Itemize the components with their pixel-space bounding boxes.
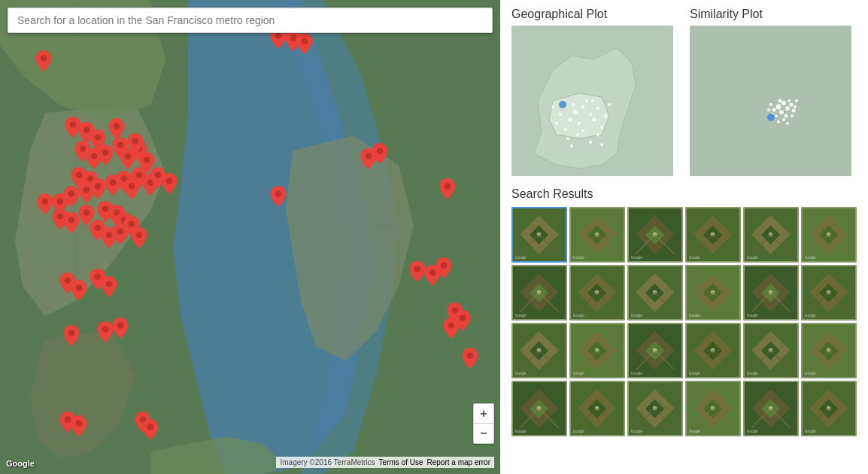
result-thumb[interactable]: Google bbox=[743, 381, 799, 436]
svg-point-83 bbox=[593, 118, 596, 122]
svg-text:Google: Google bbox=[747, 256, 758, 260]
result-thumb[interactable]: Google bbox=[511, 207, 567, 263]
svg-point-94 bbox=[566, 137, 569, 140]
svg-point-120 bbox=[777, 120, 780, 123]
map-pin[interactable] bbox=[71, 280, 87, 301]
svg-point-112 bbox=[775, 114, 778, 117]
result-thumb[interactable]: Google bbox=[801, 323, 857, 378]
svg-point-40 bbox=[166, 178, 173, 184]
result-thumb[interactable]: Google bbox=[743, 265, 799, 321]
svg-point-97 bbox=[608, 103, 611, 106]
terms-link[interactable]: Terms of Use bbox=[379, 458, 423, 466]
svg-point-78 bbox=[573, 110, 578, 114]
svg-text:Google: Google bbox=[515, 314, 527, 318]
map-pin[interactable] bbox=[63, 325, 80, 346]
svg-text:Google: Google bbox=[631, 314, 642, 318]
map-pin[interactable] bbox=[462, 348, 478, 369]
map-pin[interactable] bbox=[35, 50, 52, 71]
svg-text:Google: Google bbox=[747, 314, 758, 318]
map-pin[interactable] bbox=[108, 118, 125, 139]
map-pin[interactable] bbox=[97, 144, 114, 166]
result-thumb[interactable]: Google bbox=[511, 323, 567, 378]
right-panel: Geographical Plot bbox=[500, 0, 868, 474]
zoom-in-button[interactable]: + bbox=[474, 404, 493, 424]
result-thumb[interactable]: Google bbox=[511, 265, 567, 321]
result-thumb[interactable]: Google bbox=[801, 265, 857, 321]
map-pin[interactable] bbox=[409, 261, 426, 282]
svg-text:Google: Google bbox=[573, 430, 584, 433]
map-pin[interactable] bbox=[71, 415, 87, 436]
geo-plot-title: Geographical Plot bbox=[511, 8, 678, 21]
svg-text:Google: Google bbox=[747, 372, 758, 375]
map-pin[interactable] bbox=[161, 173, 178, 194]
svg-rect-102 bbox=[690, 26, 851, 176]
map-pin[interactable] bbox=[90, 178, 106, 199]
map-pin[interactable] bbox=[443, 318, 460, 339]
result-thumb[interactable]: Google bbox=[569, 381, 625, 436]
svg-text:Google: Google bbox=[515, 256, 527, 260]
result-thumb[interactable]: Google bbox=[569, 207, 625, 263]
result-thumb[interactable]: Google bbox=[685, 323, 741, 378]
svg-point-79 bbox=[581, 105, 585, 109]
result-thumb[interactable]: Google bbox=[627, 381, 683, 436]
report-link[interactable]: Report a map error bbox=[427, 458, 490, 466]
map-pin[interactable] bbox=[112, 318, 129, 339]
svg-point-29 bbox=[42, 198, 49, 205]
result-thumb[interactable]: Google bbox=[627, 207, 683, 263]
map-svg bbox=[0, 0, 500, 474]
svg-point-15 bbox=[70, 121, 77, 128]
svg-point-14 bbox=[302, 38, 308, 44]
svg-text:Google: Google bbox=[631, 256, 642, 260]
svg-point-100 bbox=[600, 143, 603, 146]
result-thumb[interactable]: Google bbox=[743, 207, 799, 263]
svg-text:Google: Google bbox=[573, 372, 584, 375]
search-input[interactable] bbox=[8, 8, 493, 33]
result-thumb[interactable]: Google bbox=[511, 381, 567, 436]
map-background: Google + − Imagery ©2016 TerraMetrics Te… bbox=[0, 0, 500, 474]
geo-plot-box bbox=[511, 26, 673, 176]
svg-point-113 bbox=[788, 99, 791, 102]
svg-point-54 bbox=[129, 220, 135, 227]
map-panel: Google + − Imagery ©2016 TerraMetrics Te… bbox=[0, 0, 500, 474]
result-thumb[interactable]: Google bbox=[685, 207, 741, 263]
map-pin[interactable] bbox=[97, 321, 114, 342]
map-pin[interactable] bbox=[270, 186, 287, 207]
svg-text:Google: Google bbox=[515, 372, 527, 375]
svg-point-105 bbox=[785, 106, 790, 111]
svg-point-119 bbox=[795, 99, 798, 102]
svg-point-96 bbox=[555, 122, 558, 125]
map-pin[interactable] bbox=[372, 143, 388, 164]
result-thumb[interactable]: Google bbox=[801, 381, 857, 436]
map-pin[interactable] bbox=[37, 193, 53, 214]
result-thumb[interactable]: Google bbox=[627, 323, 683, 378]
zoom-out-button[interactable]: − bbox=[474, 424, 493, 443]
map-pin[interactable] bbox=[296, 33, 313, 54]
search-results-section: Search Results Google Google Google bbox=[511, 187, 857, 436]
sim-plot-container: Similarity Plot bbox=[690, 8, 857, 176]
svg-point-95 bbox=[596, 133, 599, 136]
svg-point-61 bbox=[448, 322, 455, 329]
svg-point-80 bbox=[569, 118, 572, 122]
svg-text:Google: Google bbox=[747, 430, 758, 433]
svg-point-46 bbox=[68, 217, 75, 223]
map-pin[interactable] bbox=[142, 419, 159, 440]
result-thumb[interactable]: Google bbox=[627, 265, 683, 321]
svg-point-43 bbox=[377, 147, 384, 154]
svg-point-44 bbox=[445, 183, 451, 190]
map-pin[interactable] bbox=[436, 257, 452, 278]
map-pin[interactable] bbox=[101, 276, 117, 297]
svg-point-121 bbox=[767, 108, 770, 111]
map-pin[interactable] bbox=[131, 227, 147, 248]
result-thumb[interactable]: Google bbox=[685, 381, 741, 436]
map-pin[interactable] bbox=[127, 133, 144, 154]
map-pin[interactable] bbox=[63, 186, 80, 207]
svg-point-93 bbox=[581, 129, 584, 132]
result-thumb[interactable]: Google bbox=[801, 207, 857, 263]
result-thumb[interactable]: Google bbox=[569, 323, 625, 378]
map-pin[interactable] bbox=[63, 212, 80, 233]
svg-point-110 bbox=[778, 99, 782, 103]
result-thumb[interactable]: Google bbox=[569, 265, 625, 321]
result-thumb[interactable]: Google bbox=[685, 265, 741, 321]
map-pin[interactable] bbox=[439, 178, 456, 199]
result-thumb[interactable]: Google bbox=[743, 323, 799, 378]
